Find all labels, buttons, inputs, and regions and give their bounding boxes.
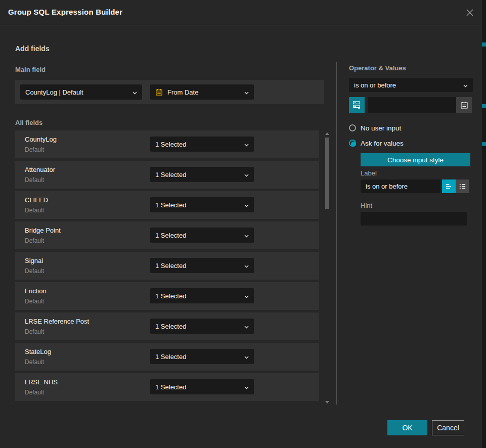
radio-no-user-input-label: No user input <box>361 124 401 132</box>
field-row: CLIFED Default 1 Selected <box>15 191 319 219</box>
chevron-down-icon <box>244 292 249 300</box>
operator-values-heading: Operator & Values <box>349 64 406 72</box>
field-row: Friction Default 1 Selected <box>15 282 319 310</box>
field-name: LRSE Reference Post <box>25 318 89 325</box>
all-fields-label: All fields <box>15 119 42 126</box>
cancel-button[interactable]: Cancel <box>432 420 464 435</box>
radio-ask-for-values-label: Ask for values <box>361 140 404 147</box>
radio-no-user-input[interactable]: No user input <box>349 124 401 132</box>
scroll-up-icon[interactable] <box>325 132 329 135</box>
field-selected-dropdown[interactable]: 1 Selected <box>150 228 254 243</box>
field-selected-dropdown[interactable]: 1 Selected <box>150 137 254 152</box>
chevron-down-icon <box>244 353 249 361</box>
field-name: Attenuator <box>25 166 55 173</box>
field-selected-value: 1 Selected <box>155 353 186 361</box>
field-row: Bridge Point Default 1 Selected <box>15 221 319 249</box>
field-selected-dropdown[interactable]: 1 Selected <box>150 167 254 182</box>
field-name: StateLog <box>25 348 51 355</box>
main-field-select[interactable]: From Date <box>150 84 254 100</box>
close-icon[interactable] <box>465 8 475 18</box>
chevron-down-icon <box>244 323 249 330</box>
field-name: CLIFED <box>25 196 48 204</box>
add-fields-heading: Add fields <box>15 44 50 53</box>
main-layer-select-value: CountyLog | Default <box>25 88 83 96</box>
dialog-titlebar: Group SQL Expression Builder <box>0 0 482 25</box>
field-selected-value: 1 Selected <box>155 232 186 239</box>
list-icon[interactable] <box>456 180 469 193</box>
scroll-down-icon[interactable] <box>325 401 329 404</box>
field-row: LRSE NHS Default 1 Selected <box>15 373 319 401</box>
field-subtitle: Default <box>25 389 44 396</box>
field-name: Bridge Point <box>25 227 61 234</box>
scrollbar-thumb[interactable] <box>325 138 329 209</box>
radio-ask-for-values[interactable]: Ask for values <box>349 139 404 147</box>
main-layer-select[interactable]: CountyLog | Default <box>20 84 142 100</box>
field-selected-value: 1 Selected <box>155 201 186 209</box>
main-field-row: CountyLog | Default From Date <box>15 80 324 104</box>
chevron-down-icon <box>244 383 249 391</box>
chevron-down-icon <box>244 141 249 148</box>
choose-input-style-button[interactable]: Choose input style <box>361 153 470 166</box>
hint-caption: Hint <box>361 202 372 209</box>
fields-list-scrollbar[interactable] <box>324 130 330 405</box>
field-selected-value: 1 Selected <box>155 171 186 178</box>
chevron-down-icon <box>132 88 137 96</box>
chevron-down-icon <box>463 81 468 89</box>
field-selected-dropdown[interactable]: 1 Selected <box>150 197 254 212</box>
label-caption: Label <box>361 169 377 177</box>
calendar-icon <box>155 88 163 96</box>
chevron-down-icon <box>244 232 249 239</box>
field-name: Signal <box>25 257 43 264</box>
chevron-down-icon <box>244 201 249 209</box>
column-divider <box>336 62 337 405</box>
group-sql-expression-builder-dialog: Group SQL Expression Builder Add fields … <box>0 0 486 448</box>
field-subtitle: Default <box>25 359 44 366</box>
ok-button[interactable]: OK <box>387 420 427 435</box>
operator-select[interactable]: is on or before <box>349 78 473 92</box>
radio-circle-icon <box>349 140 356 147</box>
field-subtitle: Default <box>25 176 44 184</box>
field-selected-dropdown[interactable]: 1 Selected <box>150 379 254 394</box>
field-name: LRSE NHS <box>25 378 58 386</box>
field-subtitle: Default <box>25 298 44 305</box>
field-row: CountyLog Default 1 Selected <box>15 130 319 158</box>
field-row: LRSE Reference Post Default 1 Selected <box>15 312 319 340</box>
unique-values-icon[interactable] <box>349 97 365 113</box>
field-name: Friction <box>25 287 47 295</box>
background-accent-mark <box>482 142 486 146</box>
field-row: Attenuator Default 1 Selected <box>15 161 319 189</box>
field-selected-value: 1 Selected <box>155 292 186 300</box>
field-selected-value: 1 Selected <box>155 323 186 330</box>
field-selected-value: 1 Selected <box>155 141 186 148</box>
field-selected-value: 1 Selected <box>155 383 186 391</box>
dialog-title: Group SQL Expression Builder <box>8 8 122 16</box>
field-subtitle: Default <box>25 328 44 335</box>
background-accent-mark <box>482 104 486 108</box>
field-subtitle: Default <box>25 207 44 214</box>
field-selected-dropdown[interactable]: 1 Selected <box>150 288 254 303</box>
calendar-icon[interactable] <box>456 97 472 113</box>
main-field-select-value: From Date <box>167 88 198 96</box>
all-fields-list: CountyLog Default 1 Selected Attenuator … <box>15 130 319 404</box>
field-row: Signal Default 1 Selected <box>15 252 319 280</box>
input-style-toggle-group <box>442 180 469 193</box>
field-subtitle: Default <box>25 146 44 153</box>
background-edge-strip <box>482 0 486 448</box>
label-input[interactable] <box>361 180 440 193</box>
value-input-wrap <box>368 97 472 113</box>
background-accent-mark <box>482 42 486 47</box>
field-subtitle: Default <box>25 237 44 244</box>
chevron-down-icon <box>244 262 249 270</box>
field-selected-dropdown[interactable]: 1 Selected <box>150 319 254 334</box>
field-selected-dropdown[interactable]: 1 Selected <box>150 349 254 364</box>
main-field-label: Main field <box>15 66 46 73</box>
operator-select-value: is on or before <box>354 81 396 89</box>
field-selected-value: 1 Selected <box>155 262 186 270</box>
radio-circle-icon <box>349 124 356 131</box>
field-selected-dropdown[interactable]: 1 Selected <box>150 258 254 273</box>
value-row <box>349 97 472 113</box>
align-left-icon[interactable] <box>442 180 456 193</box>
hint-input[interactable] <box>361 212 467 226</box>
field-name: CountyLog <box>25 136 57 143</box>
field-row: StateLog Default 1 Selected <box>15 343 319 371</box>
